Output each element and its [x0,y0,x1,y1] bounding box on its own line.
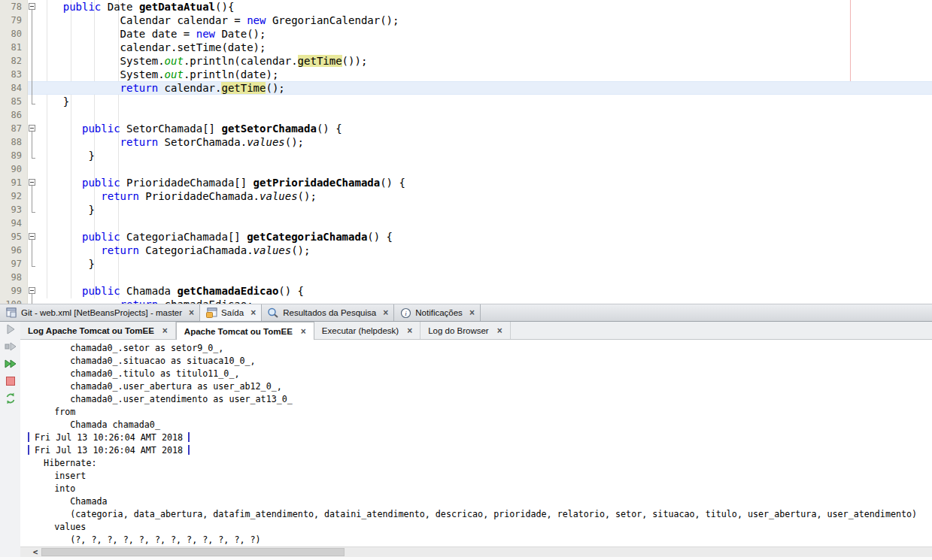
fold-indicator[interactable] [28,203,38,216]
fold-indicator[interactable] [28,244,38,257]
step-run-icon[interactable] [5,341,17,353]
console-line: (?, ?, ?, ?, ?, ?, ?, ?, ?, ?, ?, ?) [28,534,261,546]
output-console[interactable]: chamada0_.setor as setor9_0_, chamada0_.… [20,340,932,546]
fold-indicator[interactable] [28,108,38,122]
output-tab[interactable]: Log do Browser × [420,322,511,339]
fold-indicator[interactable] [28,122,38,135]
editor-line[interactable]: 95 public CategoriaChamada[] getCategori… [0,230,932,244]
editor-line[interactable]: 94 [0,216,932,230]
close-icon[interactable]: × [162,326,168,335]
window-tab-label: Notificações [415,308,463,317]
fold-indicator[interactable] [28,162,38,176]
line-number: 88 [0,135,22,149]
console-line: chamada0_.user_atendimento as user_at13_… [28,393,293,406]
code-editor[interactable]: 78 public Date getDataAtual(){ 79 Calend… [0,0,932,304]
editor-line[interactable]: 91 public PrioridadeChamada[] getPriorid… [0,176,932,189]
refresh-icon[interactable] [5,392,17,404]
line-number: 100 [0,298,22,304]
editor-line[interactable]: 87 public SetorChamada[] getSetorChamada… [0,122,932,135]
editor-line[interactable]: 86 [0,108,932,122]
fold-indicator[interactable] [28,149,38,162]
window-tab-label: Resultados da Pesquisa [283,308,376,317]
line-number: 84 [0,81,22,95]
fold-indicator[interactable] [28,230,38,244]
fast-forward-icon[interactable] [5,358,17,370]
editor-line[interactable]: 80 Date date = new Date(); [0,27,932,41]
close-icon[interactable]: × [189,308,194,317]
editor-line[interactable]: 88 return SetorChamada.values(); [0,135,932,149]
editor-line[interactable]: 97 } [0,257,932,271]
window-tab[interactable]: Git - web.xml [NetBeansProjects] - maste… [0,304,200,321]
code-text: public SetorChamada[] getSetorChamada() … [38,122,342,135]
scrollbar-thumb[interactable] [41,548,345,556]
window-tab-label: Git - web.xml [NetBeansProjects] - maste… [21,308,182,317]
close-icon[interactable]: × [301,327,306,336]
code-text: } [38,203,95,216]
fold-indicator[interactable] [28,95,38,108]
editor-line[interactable]: 85 } [0,95,932,108]
fold-indicator[interactable] [28,257,38,271]
code-text: } [38,95,69,108]
close-icon[interactable]: × [383,308,388,317]
line-number: 80 [0,27,22,41]
window-tab[interactable]: i Notificações × [394,304,481,321]
editor-line[interactable]: 96 return CategoriaChamada.values(); [0,244,932,257]
editor-line[interactable]: 90 [0,162,932,176]
editor-line[interactable]: 79 Calendar calendar = new GregorianCale… [0,14,932,27]
editor-line[interactable]: 89 } [0,149,932,162]
close-icon[interactable]: × [469,308,475,317]
window-tab[interactable]: Resultados da Pesquisa × [262,304,394,321]
console-line: values [28,521,86,534]
close-icon[interactable]: × [250,308,256,317]
line-number: 91 [0,176,22,189]
window-tab-label: Saída [221,308,244,317]
close-icon[interactable]: × [407,326,412,335]
editor-line[interactable]: 82 System.out.println(calendar.getTime()… [0,54,932,68]
fold-indicator[interactable] [28,0,38,14]
fold-indicator[interactable] [28,81,38,95]
scroll-left-arrow-icon[interactable]: < [29,547,41,557]
line-number: 83 [0,68,22,81]
line-number: 86 [0,108,22,122]
console-line: Chamada chamada0_ [28,419,160,431]
fold-indicator[interactable] [28,298,38,304]
search-icon [267,307,279,318]
output-tab[interactable]: Executar (helpdesk) × [314,322,420,339]
output-tab[interactable]: Apache Tomcat ou TomEE × [176,322,314,340]
horizontal-scrollbar[interactable]: < [20,546,932,557]
editor-line[interactable]: 98 [0,271,932,284]
fold-indicator[interactable] [28,135,38,149]
fold-indicator[interactable] [28,216,38,230]
close-icon[interactable]: × [497,326,502,335]
fold-indicator[interactable] [28,41,38,54]
line-number: 89 [0,149,22,162]
window-tab-bar: Git - web.xml [NetBeansProjects] - maste… [0,304,932,322]
fold-indicator[interactable] [28,68,38,81]
editor-line[interactable]: 99 public Chamada getChamadaEdicao() { [0,284,932,298]
console-line: into [28,483,75,495]
fold-indicator[interactable] [28,271,38,284]
editor-line[interactable]: 78 public Date getDataAtual(){ [0,0,932,14]
editor-line[interactable]: 81 calendar.setTime(date); [0,41,932,54]
line-number: 93 [0,203,22,216]
run-icon[interactable] [5,323,17,335]
code-text: System.out.println(calendar.getTime()); [38,54,367,68]
output-tab[interactable]: Log Apache Tomcat ou TomEE × [20,322,176,339]
fold-indicator[interactable] [28,54,38,68]
editor-line[interactable]: 93 } [0,203,932,216]
code-text: public PrioridadeChamada[] getPrioridade… [38,176,405,189]
console-line: Hibernate: [28,457,102,470]
fold-indicator[interactable] [28,284,38,298]
code-text: public Chamada getChamadaEdicao() { [38,284,304,298]
editor-line[interactable]: 84 return calendar.getTime(); [0,81,932,95]
editor-line[interactable]: 100 return chamadaEdicao; [0,298,932,304]
window-tab[interactable]: Saída × [200,304,262,321]
output-toolbar [0,322,20,560]
fold-indicator[interactable] [28,189,38,203]
editor-line[interactable]: 92 return PrioridadeChamada.values(); [0,189,932,203]
stop-icon[interactable] [5,375,17,387]
fold-indicator[interactable] [28,27,38,41]
fold-indicator[interactable] [28,14,38,27]
editor-line[interactable]: 83 System.out.println(date); [0,68,932,81]
fold-indicator[interactable] [28,176,38,189]
